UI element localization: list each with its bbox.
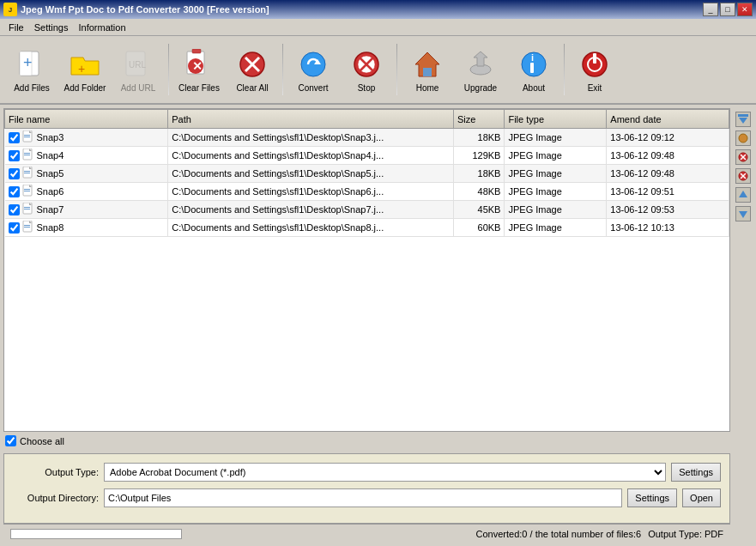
menu-information[interactable]: Information [73, 21, 130, 34]
minimize-button[interactable]: _ [703, 3, 718, 16]
file-icon [22, 221, 34, 234]
row-checkbox-2[interactable] [9, 168, 20, 179]
add-url-label: Add URL [121, 83, 156, 93]
file-icon [22, 130, 34, 144]
side-browse-button[interactable] [735, 130, 751, 146]
home-label: Home [416, 83, 439, 93]
file-amend-date: 13-06-12 09:12 [607, 129, 729, 147]
choose-all-bar: Choose all [3, 432, 730, 450]
file-path: C:\Documents and Settings\sfl1\Desktop\S… [168, 201, 454, 219]
svg-rect-31 [24, 136, 30, 137]
svg-rect-20 [423, 68, 432, 76]
clear-files-label: Clear Files [178, 83, 220, 93]
exit-label: Exit [588, 83, 602, 93]
about-icon: i [517, 47, 551, 82]
file-type: JPEG Image [505, 129, 607, 147]
file-size: 129KB [454, 147, 505, 165]
output-dir-row: Output Directory: Settings Open [13, 488, 721, 507]
file-table: File name Path Size File type Amend date… [4, 109, 729, 237]
file-table-container[interactable]: File name Path Size File type Amend date… [3, 108, 730, 432]
svg-marker-62 [739, 211, 747, 218]
side-cancel-button[interactable] [735, 168, 751, 184]
output-dir-input[interactable] [104, 488, 622, 507]
file-size: 18KB [454, 129, 505, 147]
row-checkbox-4[interactable] [9, 204, 20, 215]
col-header-size[interactable]: Size [454, 110, 505, 129]
clear-all-button[interactable]: Clear All [227, 39, 277, 100]
svg-rect-30 [24, 135, 30, 136]
add-url-icon: URL [121, 47, 155, 82]
choose-all-label[interactable]: Choose all [20, 436, 64, 446]
home-button[interactable]: Home [402, 39, 452, 100]
row-checkbox-0[interactable] [9, 132, 20, 143]
add-files-button[interactable]: + Add Files [7, 39, 57, 100]
separator-1 [168, 44, 169, 95]
col-header-filetype[interactable]: File type [505, 110, 607, 129]
col-header-path[interactable]: Path [168, 110, 454, 129]
convert-button[interactable]: Convert [288, 39, 338, 100]
table-row[interactable]: Snap7C:\Documents and Settings\sfl1\Desk… [5, 201, 729, 219]
table-row[interactable]: Snap5C:\Documents and Settings\sfl1\Desk… [5, 165, 729, 183]
side-move-up-button[interactable] [735, 187, 751, 203]
menu-settings[interactable]: Settings [29, 21, 74, 34]
side-top-button[interactable] [735, 112, 751, 127]
file-name: Snap8 [37, 222, 64, 233]
menu-file[interactable]: File [3, 21, 29, 34]
file-path: C:\Documents and Settings\sfl1\Desktop\S… [168, 219, 454, 237]
file-name: Snap6 [37, 186, 64, 197]
table-row[interactable]: Snap3C:\Documents and Settings\sfl1\Desk… [5, 129, 729, 147]
file-amend-date: 13-06-12 09:51 [607, 183, 729, 201]
separator-3 [396, 44, 397, 95]
stop-button[interactable]: Stop [342, 39, 391, 100]
output-type-settings-button[interactable]: Settings [671, 463, 721, 482]
home-icon [410, 47, 445, 82]
window-controls: _ □ ✕ [703, 3, 753, 16]
output-section: Output Type: Adobe Acrobat Document (*.p… [3, 453, 730, 524]
close-button[interactable]: ✕ [737, 3, 753, 16]
choose-all-checkbox[interactable] [5, 435, 16, 446]
main-area: File name Path Size File type Amend date… [0, 105, 756, 546]
file-table-body: Snap3C:\Documents and Settings\sfl1\Desk… [5, 129, 729, 237]
clear-files-button[interactable]: ✕ Clear Files [174, 39, 224, 100]
convert-icon [296, 47, 330, 82]
col-header-amend[interactable]: Amend date [607, 110, 729, 129]
separator-2 [282, 44, 283, 95]
file-size: 45KB [454, 201, 505, 219]
file-name: Snap4 [37, 150, 64, 161]
output-dir-settings-button[interactable]: Settings [627, 488, 677, 507]
table-row[interactable]: Snap8C:\Documents and Settings\sfl1\Desk… [5, 219, 729, 237]
row-checkbox-5[interactable] [9, 222, 20, 234]
side-toolbar [734, 108, 753, 543]
file-type: JPEG Image [505, 183, 607, 201]
col-header-filename[interactable]: File name [5, 110, 168, 129]
file-size: 60KB [454, 219, 505, 237]
file-name: Snap5 [37, 168, 64, 179]
upgrade-button[interactable]: Upgrade [456, 39, 505, 100]
output-type-select[interactable]: Adobe Acrobat Document (*.pdf) [104, 463, 666, 482]
svg-text:URL: URL [129, 60, 146, 70]
about-button[interactable]: i About [509, 39, 559, 100]
row-checkbox-3[interactable] [9, 186, 20, 197]
add-folder-button[interactable]: + Add Folder [60, 39, 110, 100]
app-icon: J [3, 3, 17, 16]
table-row[interactable]: Snap4C:\Documents and Settings\sfl1\Desk… [5, 147, 729, 165]
title-bar: J Jpeg Wmf Ppt Doc to Pdf Converter 3000… [0, 0, 756, 19]
file-name: Snap7 [37, 204, 64, 215]
file-path: C:\Documents and Settings\sfl1\Desktop\S… [168, 183, 454, 201]
side-delete-button[interactable] [735, 149, 751, 165]
svg-rect-7 [192, 49, 201, 53]
file-path: C:\Documents and Settings\sfl1\Desktop\S… [168, 165, 454, 183]
add-folder-label: Add Folder [64, 83, 106, 93]
svg-rect-52 [738, 114, 748, 117]
output-dir-open-button[interactable]: Open [682, 488, 721, 507]
window-title: Jpeg Wmf Ppt Doc to Pdf Converter 3000 [… [21, 4, 269, 15]
row-checkbox-1[interactable] [9, 150, 20, 161]
converted-status: Converted:0 / the total number of files:… [476, 529, 642, 539]
svg-rect-34 [24, 153, 30, 154]
side-move-down-button[interactable] [735, 206, 751, 221]
maximize-button[interactable]: □ [720, 3, 735, 16]
exit-button[interactable]: Exit [570, 39, 620, 100]
table-row[interactable]: Snap6C:\Documents and Settings\sfl1\Desk… [5, 183, 729, 201]
separator-4 [564, 44, 565, 95]
file-icon [22, 167, 34, 180]
